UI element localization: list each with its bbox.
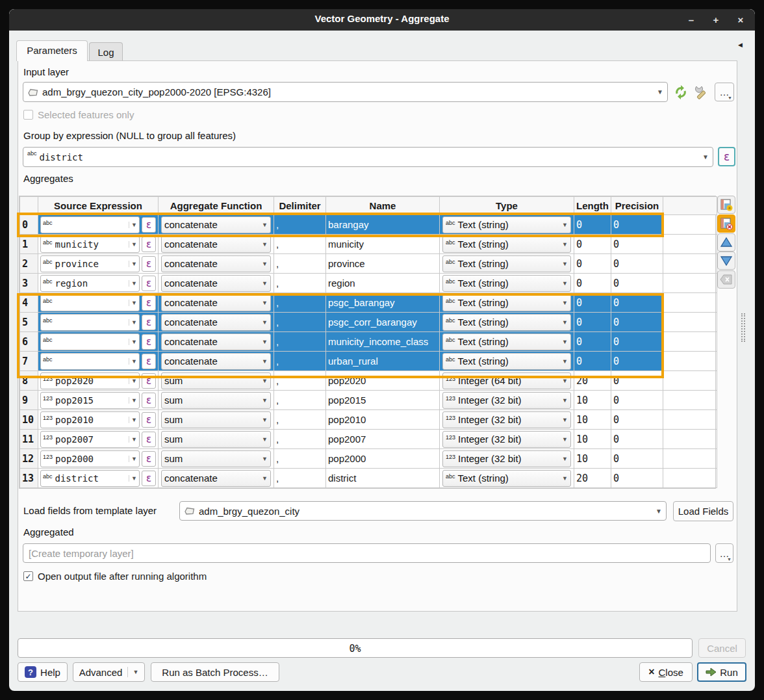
aggregate-function-combo[interactable]: concatenate▼ (161, 333, 271, 350)
open-output-checkbox[interactable]: ✓ (23, 571, 33, 581)
type-combo[interactable]: 123Integer (32 bit)▼ (442, 411, 571, 428)
name-cell[interactable]: municity_income_class (326, 332, 440, 352)
precision-cell[interactable]: 0 (611, 215, 663, 235)
chevron-down-icon[interactable]: ▼ (129, 261, 137, 267)
splitter-handle[interactable] (741, 313, 745, 342)
source-expression-combo[interactable]: abcmunicity▼ (40, 236, 140, 253)
move-down-button[interactable] (717, 252, 735, 270)
chevron-down-icon[interactable]: ▼ (129, 241, 137, 248)
chevron-down-icon[interactable]: ▼ (559, 475, 568, 482)
aggregate-function-combo[interactable]: concatenate▼ (161, 236, 271, 253)
column-header-length[interactable]: Length (574, 197, 611, 215)
source-expression-combo[interactable]: 123pop2000▼ (40, 450, 140, 467)
source-expression-combo[interactable]: abcregion▼ (40, 275, 140, 292)
name-cell[interactable]: province (326, 254, 440, 274)
chevron-down-icon[interactable]: ▼ (559, 280, 568, 287)
chevron-down-icon[interactable]: ▼ (129, 436, 137, 443)
aggregate-function-combo[interactable]: concatenate▼ (161, 216, 271, 233)
chevron-down-icon[interactable]: ▼ (129, 378, 137, 384)
row-number-cell[interactable]: 12 (20, 449, 38, 469)
delimiter-cell[interactable]: , (274, 215, 326, 235)
row-number-cell[interactable]: 2 (20, 254, 38, 274)
precision-cell[interactable]: 0 (611, 332, 663, 352)
delimiter-cell[interactable]: , (274, 332, 326, 352)
chevron-down-icon[interactable]: ▼ (559, 417, 568, 423)
delimiter-cell[interactable]: , (274, 430, 326, 449)
source-expression-combo[interactable]: 123pop2015▼ (40, 392, 140, 409)
precision-cell[interactable]: 0 (611, 313, 663, 332)
length-cell[interactable]: 10 (574, 430, 611, 449)
chevron-down-icon[interactable]: ▼ (129, 397, 137, 404)
name-cell[interactable]: pop2010 (326, 410, 440, 430)
precision-cell[interactable]: 0 (611, 254, 663, 274)
type-combo[interactable]: abcText (string)▼ (442, 294, 571, 311)
precision-cell[interactable]: 0 (611, 410, 663, 430)
expression-builder-button[interactable]: ε (142, 354, 156, 369)
row-number-cell[interactable]: 5 (20, 313, 38, 332)
source-expression-combo[interactable]: abcpsgc_barangay▼ (40, 294, 140, 311)
precision-cell[interactable]: 0 (611, 293, 663, 313)
name-cell[interactable]: municity (326, 235, 440, 254)
chevron-down-icon[interactable]: ▼ (259, 358, 268, 365)
type-combo[interactable]: 123Integer (64 bit)▼ (442, 372, 571, 389)
name-cell[interactable]: psgc_corr_barangay (326, 313, 440, 332)
length-cell[interactable]: 0 (574, 332, 611, 352)
aggregate-function-combo[interactable]: concatenate▼ (161, 294, 271, 311)
input-layer-browse-button[interactable]: … ▼ (715, 83, 734, 101)
name-cell[interactable]: pop2000 (326, 449, 440, 469)
delimiter-cell[interactable]: , (274, 293, 326, 313)
type-combo[interactable]: abcText (string)▼ (442, 236, 571, 253)
chevron-down-icon[interactable]: ▼ (259, 397, 268, 404)
collapse-panel-icon[interactable]: ◀ (738, 42, 743, 48)
chevron-down-icon[interactable]: ▼ (129, 475, 137, 482)
chevron-down-icon[interactable]: ▼ (559, 339, 568, 345)
chevron-down-icon[interactable]: ▼ (559, 456, 568, 462)
name-cell[interactable]: pop2020 (326, 371, 440, 391)
expression-builder-button[interactable]: ε (142, 412, 156, 428)
chevron-down-icon[interactable]: ▼ (652, 508, 662, 515)
chevron-down-icon[interactable]: ▼ (698, 153, 709, 161)
run-button[interactable]: Run (697, 662, 746, 682)
length-cell[interactable]: 0 (574, 293, 611, 313)
aggregate-function-combo[interactable]: concatenate▼ (161, 275, 271, 292)
delimiter-cell[interactable]: , (274, 371, 326, 391)
chevron-down-icon[interactable]: ▼ (259, 456, 268, 462)
chevron-down-icon[interactable]: ▼ (259, 319, 268, 326)
type-combo[interactable]: abcText (string)▼ (442, 470, 571, 487)
precision-cell[interactable]: 0 (611, 235, 663, 254)
type-combo[interactable]: 123Integer (32 bit)▼ (442, 450, 571, 467)
output-file-field[interactable]: [Create temporary layer] (23, 543, 711, 563)
chevron-down-icon[interactable]: ▼ (129, 222, 137, 228)
tab-parameters[interactable]: Parameters (16, 40, 88, 61)
open-output-checkbox-row[interactable]: ✓ Open output file after running algorit… (23, 571, 207, 582)
chevron-down-icon[interactable]: ▼ (259, 261, 268, 267)
chevron-down-icon[interactable]: ▼ (259, 222, 268, 228)
name-cell[interactable]: district (326, 469, 440, 488)
delimiter-cell[interactable]: , (274, 410, 326, 430)
expression-builder-button[interactable]: ε (142, 237, 156, 252)
source-expression-combo[interactable]: 123pop2020▼ (40, 372, 140, 389)
chevron-down-icon[interactable]: ▼ (559, 222, 568, 228)
row-number-cell[interactable]: 1 (20, 235, 38, 254)
chevron-down-icon[interactable]: ▼ (129, 417, 137, 423)
type-combo[interactable]: 123Integer (32 bit)▼ (442, 431, 571, 448)
expression-builder-button[interactable]: ε (142, 393, 156, 408)
close-button[interactable]: × Close (639, 662, 693, 682)
column-header-precision[interactable]: Precision (611, 197, 663, 215)
aggregate-function-combo[interactable]: sum▼ (161, 372, 271, 389)
length-cell[interactable]: 20 (574, 371, 611, 391)
delimiter-cell[interactable]: , (274, 352, 326, 371)
length-cell[interactable]: 0 (574, 235, 611, 254)
length-cell[interactable]: 0 (574, 254, 611, 274)
chevron-down-icon[interactable]: ▼ (259, 417, 268, 423)
advanced-button[interactable]: Advanced ▼ (73, 662, 145, 682)
advanced-options-wrench-icon[interactable] (694, 84, 709, 100)
source-expression-combo[interactable]: abcbarangay▼ (40, 216, 140, 233)
chevron-down-icon[interactable]: ▼ (127, 667, 138, 677)
chevron-down-icon[interactable]: ▼ (259, 378, 268, 384)
chevron-down-icon[interactable]: ▼ (559, 300, 568, 306)
source-expression-combo[interactable]: 123pop2007▼ (40, 431, 140, 448)
column-header-type[interactable]: Type (440, 197, 574, 215)
minimize-button[interactable]: – (686, 14, 696, 25)
help-button[interactable]: ? Help (18, 662, 68, 682)
